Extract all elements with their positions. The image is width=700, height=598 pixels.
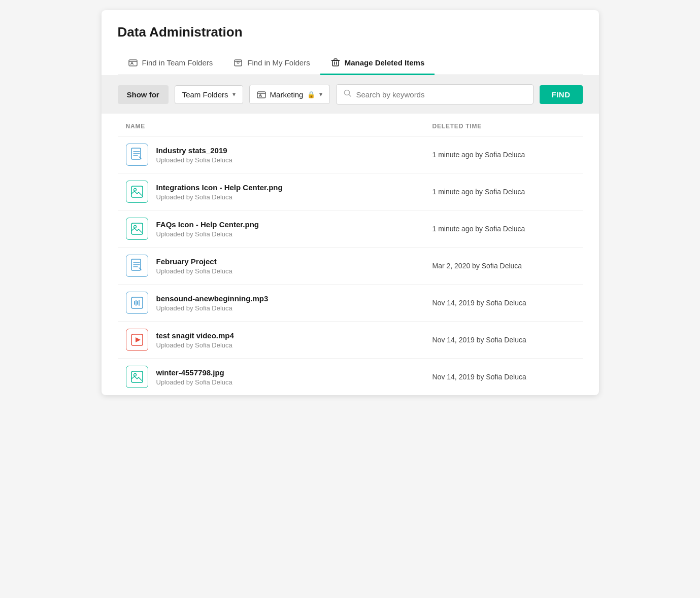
team-folders-icon — [128, 57, 138, 67]
tabs-bar: Find in Team Folders Find in My Folders — [118, 51, 583, 75]
search-input[interactable] — [356, 90, 525, 99]
page-title: Data Administration — [118, 24, 583, 40]
search-box[interactable] — [336, 84, 533, 104]
file-info: Integrations Icon - Help Center.png Uplo… — [156, 183, 424, 201]
folder-icon — [257, 90, 266, 99]
tab-team-folders[interactable]: Find in Team Folders — [118, 51, 223, 75]
table-header: NAME DELETED TIME — [118, 114, 583, 136]
file-uploader: Uploaded by Sofia Deluca — [156, 304, 424, 312]
svg-rect-9 — [131, 186, 143, 197]
main-container: Data Administration Find in Team Folders — [102, 10, 599, 395]
table-row: winter-4557798.jpg Uploaded by Sofia Del… — [118, 359, 583, 395]
svg-rect-17 — [131, 371, 143, 382]
deleted-time: Mar 2, 2020 by Sofia Deluca — [432, 262, 575, 270]
file-info: Industry stats_2019 Uploaded by Sofia De… — [156, 146, 424, 164]
lock-icon: 🔒 — [307, 91, 315, 98]
search-icon — [344, 89, 352, 99]
header: Data Administration Find in Team Folders — [102, 10, 599, 75]
file-info: winter-4557798.jpg Uploaded by Sofia Del… — [156, 368, 424, 386]
file-name: February Project — [156, 257, 424, 266]
table-area: NAME DELETED TIME Industry stats_2019 Up… — [102, 114, 599, 395]
col-deleted-header: DELETED TIME — [432, 123, 575, 130]
table-row: Industry stats_2019 Uploaded by Sofia De… — [118, 136, 583, 173]
tab-deleted-items-label: Manage Deleted Items — [345, 58, 425, 67]
file-info: test snagit video.mp4 Uploaded by Sofia … — [156, 331, 424, 349]
table-row: test snagit video.mp4 Uploaded by Sofia … — [118, 322, 583, 359]
svg-rect-4 — [332, 60, 339, 66]
file-uploader: Uploaded by Sofia Deluca — [156, 230, 424, 238]
table-row: Integrations Icon - Help Center.png Uplo… — [118, 173, 583, 210]
file-uploader: Uploaded by Sofia Deluca — [156, 193, 424, 201]
table-row: FAQs Icon - Help Center.png Uploaded by … — [118, 210, 583, 248]
svg-rect-2 — [235, 60, 242, 66]
file-type-icon — [126, 366, 148, 388]
deleted-time: 1 minute ago by Sofia Deluca — [432, 188, 575, 196]
file-type-icon — [126, 255, 148, 277]
folder-type-value: Team Folders — [182, 90, 228, 99]
file-name: Integrations Icon - Help Center.png — [156, 183, 424, 192]
file-uploader: Uploaded by Sofia Deluca — [156, 156, 424, 164]
trash-icon — [330, 57, 341, 67]
tab-deleted-items[interactable]: Manage Deleted Items — [320, 51, 435, 75]
file-type-icon — [126, 144, 148, 166]
folder-type-dropdown[interactable]: Team Folders ▾ — [175, 85, 243, 104]
table-row: bensound-anewbeginning.mp3 Uploaded by S… — [118, 285, 583, 322]
file-uploader: Uploaded by Sofia Deluca — [156, 378, 424, 386]
tab-my-folders[interactable]: Find in My Folders — [223, 51, 320, 75]
file-type-icon — [126, 292, 148, 314]
folder-name-dropdown[interactable]: Marketing 🔒 ▾ — [249, 85, 330, 104]
table-row: February Project Uploaded by Sofia Deluc… — [118, 248, 583, 285]
tab-team-folders-label: Find in Team Folders — [142, 58, 213, 67]
svg-rect-11 — [131, 223, 143, 234]
show-for-label: Show for — [118, 85, 169, 104]
deleted-time: 1 minute ago by Sofia Deluca — [432, 225, 575, 233]
file-name: bensound-anewbeginning.mp3 — [156, 294, 424, 303]
table-body: Industry stats_2019 Uploaded by Sofia De… — [118, 136, 583, 395]
file-name: Industry stats_2019 — [156, 146, 424, 155]
tab-my-folders-label: Find in My Folders — [247, 58, 310, 67]
deleted-time: Nov 14, 2019 by Sofia Deluca — [432, 336, 575, 344]
file-type-icon — [126, 181, 148, 203]
deleted-time: Nov 14, 2019 by Sofia Deluca — [432, 373, 575, 381]
find-button[interactable]: FIND — [540, 85, 583, 104]
file-type-icon — [126, 218, 148, 240]
folder-chevron-icon: ▾ — [319, 91, 322, 98]
file-info: FAQs Icon - Help Center.png Uploaded by … — [156, 220, 424, 238]
deleted-time: 1 minute ago by Sofia Deluca — [432, 151, 575, 159]
chevron-down-icon: ▾ — [232, 91, 236, 98]
file-info: February Project Uploaded by Sofia Deluc… — [156, 257, 424, 275]
deleted-time: Nov 14, 2019 by Sofia Deluca — [432, 299, 575, 307]
folder-name-value: Marketing — [270, 90, 304, 99]
file-type-icon — [126, 329, 148, 351]
file-uploader: Uploaded by Sofia Deluca — [156, 267, 424, 275]
my-folders-icon — [233, 57, 243, 67]
file-name: test snagit video.mp4 — [156, 331, 424, 340]
svg-rect-5 — [257, 92, 265, 98]
file-info: bensound-anewbeginning.mp3 Uploaded by S… — [156, 294, 424, 312]
file-name: winter-4557798.jpg — [156, 368, 424, 377]
toolbar: Show for Team Folders ▾ Marketing 🔒 ▾ — [102, 75, 599, 114]
file-uploader: Uploaded by Sofia Deluca — [156, 341, 424, 349]
svg-rect-14 — [131, 297, 143, 308]
file-name: FAQs Icon - Help Center.png — [156, 220, 424, 229]
col-name-header: NAME — [126, 123, 432, 130]
